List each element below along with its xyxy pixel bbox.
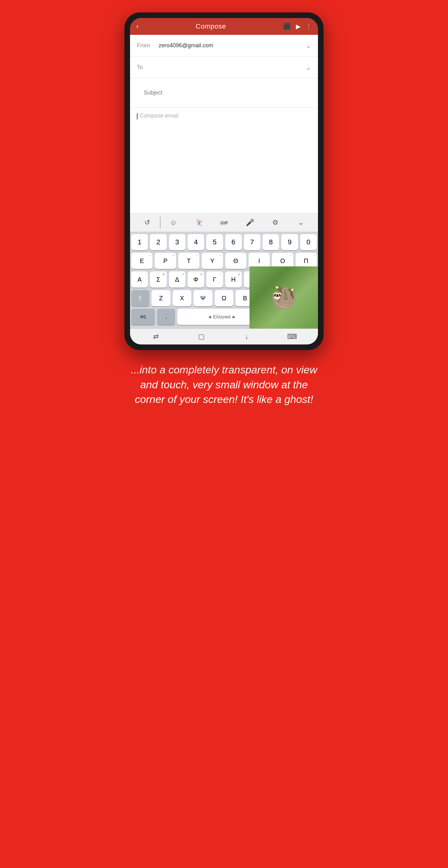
key-PS[interactable]: Ψ" <box>193 290 212 306</box>
app-header: ‹ Compose ⬛ ▶ ⋮ <box>130 18 318 35</box>
key-2[interactable]: 2 <box>150 234 167 250</box>
key-A[interactable]: Α! <box>131 271 148 287</box>
app-title: Compose <box>196 22 226 30</box>
translate-icon[interactable]: ↺ <box>135 217 160 228</box>
from-label: From <box>137 42 159 49</box>
key-S[interactable]: Σ@ <box>150 271 167 287</box>
to-label: To <box>137 64 159 70</box>
from-chevron-icon[interactable]: ⌄ <box>306 42 311 50</box>
key-Y[interactable]: Υ= <box>202 253 223 269</box>
settings-icon[interactable]: ⚙ <box>263 217 288 228</box>
key-5[interactable]: 5 <box>206 234 223 250</box>
back-icon[interactable]: ‹ <box>136 22 139 30</box>
from-row: From zero4096@gmail.com ⌄ <box>130 35 318 57</box>
key-D[interactable]: Δ# <box>169 271 185 287</box>
subject-row[interactable] <box>130 79 318 107</box>
sloth-image: 🦥 <box>249 267 318 329</box>
switch-icon[interactable]: ⇄ <box>133 333 179 341</box>
gif-icon[interactable]: GIF <box>212 218 237 227</box>
key-CH[interactable]: Χ <box>173 290 192 306</box>
symbols-key[interactable]: !#1 <box>131 309 155 325</box>
key-G[interactable]: Γ^ <box>206 271 223 287</box>
key-TH[interactable]: Θ' <box>225 253 246 269</box>
key-H[interactable]: Η& <box>225 271 242 287</box>
text-cursor <box>137 113 138 119</box>
key-1[interactable]: 1 <box>131 234 148 250</box>
header-actions: ⬛ ▶ ⋮ <box>283 23 312 30</box>
keyboard-toolbar: ↺ ☺ 🃏 GIF 🎤 ⚙ ⌄ <box>130 213 318 231</box>
sloth-emoji: 🦥 <box>270 285 297 310</box>
emoji-icon[interactable]: ☺ <box>160 217 186 228</box>
from-value[interactable]: zero4096@gmail.com <box>159 42 303 49</box>
key-4[interactable]: 4 <box>188 234 204 250</box>
to-row[interactable]: To ⌄ <box>130 57 318 79</box>
phone-screen: ‹ Compose ⬛ ▶ ⋮ From zero4096@gmail.com … <box>130 18 318 344</box>
key-9[interactable]: 9 <box>281 234 298 250</box>
window-icon[interactable]: ▢ <box>179 333 224 341</box>
comma-key[interactable]: , <box>157 309 175 325</box>
key-7[interactable]: 7 <box>244 234 260 250</box>
key-3[interactable]: 3 <box>169 234 185 250</box>
keyboard-area: 1 2 3 4 5 6 7 8 9 0 Ε+ Ρ× Τ÷ Υ= Θ' Ι¯ Ο<… <box>130 231 318 329</box>
caption-text: ...into a completely transparent, on vie… <box>127 363 321 407</box>
key-6[interactable]: 6 <box>225 234 242 250</box>
to-chevron-icon[interactable]: ⌄ <box>306 64 311 71</box>
keyboard-icon[interactable]: ⌨ <box>269 333 315 341</box>
collapse-icon[interactable]: ⌄ <box>288 217 313 228</box>
compose-placeholder: Compose email <box>139 113 178 119</box>
ghost-image-overlay: 🦥 <box>249 267 318 329</box>
key-F[interactable]: Φ% <box>188 271 204 287</box>
shift-key[interactable]: ⇧ <box>131 290 149 306</box>
subject-input[interactable] <box>137 84 311 102</box>
key-W[interactable]: Ω <box>215 290 234 306</box>
compose-body[interactable]: Compose email <box>130 107 318 213</box>
down-icon[interactable]: ↓ <box>224 333 269 341</box>
sticker-icon[interactable]: 🃏 <box>186 217 212 228</box>
more-icon[interactable]: ⋮ <box>305 23 312 30</box>
phone-frame: ‹ Compose ⬛ ▶ ⋮ From zero4096@gmail.com … <box>124 12 324 350</box>
key-R[interactable]: Ρ× <box>155 253 176 269</box>
key-0[interactable]: 0 <box>300 234 317 250</box>
key-T[interactable]: Τ÷ <box>178 253 200 269</box>
numbers-row: 1 2 3 4 5 6 7 8 9 0 <box>131 234 317 250</box>
compose-area: From zero4096@gmail.com ⌄ To ⌄ Compose e… <box>130 35 318 213</box>
voice-icon[interactable]: 🎤 <box>237 217 263 228</box>
key-Z[interactable]: Ζ- <box>151 290 171 306</box>
key-E[interactable]: Ε+ <box>131 253 152 269</box>
bottom-nav-bar: ⇄ ▢ ↓ ⌨ <box>130 329 318 344</box>
send-icon[interactable]: ▶ <box>296 23 301 30</box>
archive-icon[interactable]: ⬛ <box>283 23 291 30</box>
key-8[interactable]: 8 <box>263 234 279 250</box>
